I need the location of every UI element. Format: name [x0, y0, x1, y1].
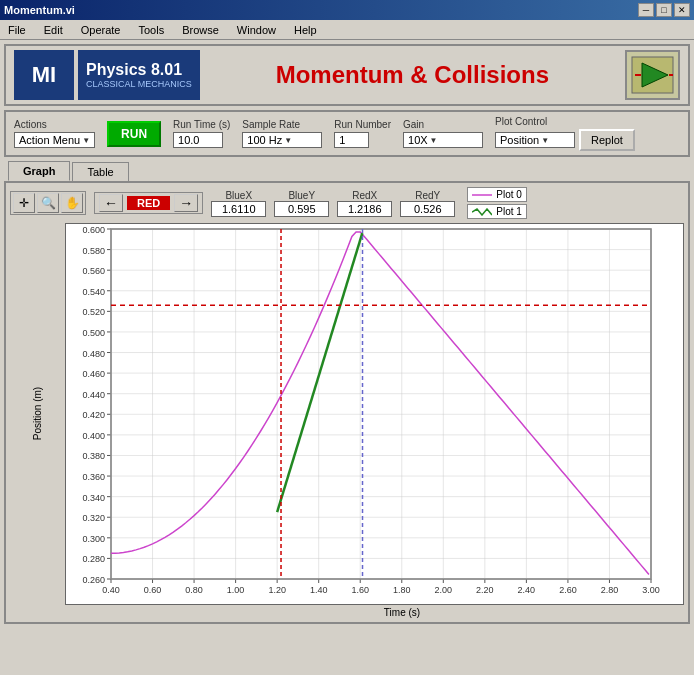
legend-plot1: Plot 1 — [467, 204, 527, 219]
replot-button[interactable]: Replot — [579, 129, 635, 151]
tab-table[interactable]: Table — [72, 162, 128, 181]
graph-container: ✛ 🔍 ✋ ← RED → BlueX 1.6110 BlueY 0.595 — [4, 181, 690, 624]
plot-control-label: Plot Control — [495, 116, 547, 127]
cursor-right-arrow[interactable]: → — [174, 194, 198, 212]
pan-tool[interactable]: ✋ — [61, 193, 83, 213]
tab-graph[interactable]: Graph — [8, 161, 70, 181]
svg-text:0.340: 0.340 — [82, 493, 105, 503]
crosshair-tool[interactable]: ✛ — [13, 193, 35, 213]
svg-text:0.520: 0.520 — [82, 307, 105, 317]
red-x-value: 1.2186 — [337, 201, 392, 217]
red-x-field: RedX 1.2186 — [337, 190, 392, 217]
chart-svg: 0.2600.2800.3000.3200.3400.3600.3800.400… — [66, 224, 661, 604]
menu-browse[interactable]: Browse — [178, 24, 223, 36]
svg-rect-6 — [111, 229, 651, 579]
menu-file[interactable]: File — [4, 24, 30, 36]
controls-area: Actions Action Menu ▼ RUN Run Time (s) S… — [4, 110, 690, 157]
svg-text:0.400: 0.400 — [82, 431, 105, 441]
menu-operate[interactable]: Operate — [77, 24, 125, 36]
gain-label: Gain — [403, 119, 424, 130]
title-bar: Momentum.vi ─ □ ✕ — [0, 0, 694, 20]
sample-rate-group: Sample Rate 100 Hz ▼ — [242, 119, 322, 148]
graph-toolbar: ✛ 🔍 ✋ ← RED → BlueX 1.6110 BlueY 0.595 — [10, 187, 684, 219]
red-x-label: RedX — [352, 190, 377, 201]
blue-y-value: 0.595 — [274, 201, 329, 217]
svg-text:0.380: 0.380 — [82, 451, 105, 461]
red-y-label: RedY — [415, 190, 440, 201]
close-button[interactable]: ✕ — [674, 3, 690, 17]
minimize-button[interactable]: ─ — [638, 3, 654, 17]
svg-text:0.300: 0.300 — [82, 534, 105, 544]
sample-rate-label: Sample Rate — [242, 119, 300, 130]
logo-svg — [630, 55, 675, 95]
y-axis-label-container: Position (m) — [10, 223, 65, 603]
svg-text:0.360: 0.360 — [82, 472, 105, 482]
cursor-left-arrow[interactable]: ← — [99, 194, 123, 212]
gain-arrow: ▼ — [430, 136, 438, 145]
action-menu-dropdown[interactable]: Action Menu ▼ — [14, 132, 95, 148]
svg-text:0.500: 0.500 — [82, 328, 105, 338]
svg-text:1.60: 1.60 — [351, 585, 369, 595]
svg-text:0.420: 0.420 — [82, 410, 105, 420]
chart-section: Position (m) — [10, 223, 684, 618]
menu-help[interactable]: Help — [290, 24, 321, 36]
run-button[interactable]: RUN — [107, 121, 161, 147]
chart-area[interactable]: 0.2600.2800.3000.3200.3400.3600.3800.400… — [65, 223, 684, 605]
gain-value: 10X — [408, 134, 428, 146]
chart-and-x-label: 0.2600.2800.3000.3200.3400.3600.3800.400… — [65, 223, 684, 618]
red-y-field: RedY 0.526 — [400, 190, 455, 217]
menu-edit[interactable]: Edit — [40, 24, 67, 36]
zoom-tool[interactable]: 🔍 — [37, 193, 59, 213]
maximize-button[interactable]: □ — [656, 3, 672, 17]
legend-plot0-icon — [472, 191, 492, 199]
svg-text:1.40: 1.40 — [310, 585, 328, 595]
svg-text:0.80: 0.80 — [185, 585, 203, 595]
gain-group: Gain 10X ▼ — [403, 119, 483, 148]
physics-subtitle: CLASSICAL MECHANICS — [86, 79, 192, 89]
run-number-label: Run Number — [334, 119, 391, 130]
svg-text:3.00: 3.00 — [642, 585, 660, 595]
svg-text:0.260: 0.260 — [82, 575, 105, 585]
svg-text:0.440: 0.440 — [82, 390, 105, 400]
svg-text:2.00: 2.00 — [435, 585, 453, 595]
svg-text:2.60: 2.60 — [559, 585, 577, 595]
run-number-input[interactable] — [334, 132, 369, 148]
svg-text:0.560: 0.560 — [82, 266, 105, 276]
mit-logo-text: MI — [32, 62, 56, 88]
svg-text:0.60: 0.60 — [144, 585, 162, 595]
run-time-group: Run Time (s) — [173, 119, 230, 148]
svg-text:0.580: 0.580 — [82, 246, 105, 256]
svg-text:2.20: 2.20 — [476, 585, 494, 595]
legend-plot1-label: Plot 1 — [496, 206, 522, 217]
svg-text:0.480: 0.480 — [82, 349, 105, 359]
svg-text:2.40: 2.40 — [518, 585, 536, 595]
sample-rate-arrow: ▼ — [284, 136, 292, 145]
plot-control-dropdown[interactable]: Position ▼ — [495, 132, 575, 148]
plot-control-value: Position — [500, 134, 539, 146]
menu-bar: File Edit Operate Tools Browse Window He… — [0, 20, 694, 40]
x-axis-label: Time (s) — [384, 607, 420, 618]
menu-tools[interactable]: Tools — [134, 24, 168, 36]
red-y-value: 0.526 — [400, 201, 455, 217]
plot-legend: Plot 0 Plot 1 — [467, 187, 527, 219]
sample-rate-dropdown[interactable]: 100 Hz ▼ — [242, 132, 322, 148]
run-number-group: Run Number — [334, 119, 391, 148]
data-display: BlueX 1.6110 BlueY 0.595 RedX 1.2186 Red… — [211, 190, 455, 217]
svg-text:0.320: 0.320 — [82, 513, 105, 523]
window-title: Momentum.vi — [4, 4, 75, 16]
x-axis-label-container: Time (s) — [65, 607, 684, 618]
run-time-input[interactable] — [173, 132, 223, 148]
svg-text:0.280: 0.280 — [82, 554, 105, 564]
app-title: Momentum & Collisions — [200, 61, 625, 89]
gain-dropdown[interactable]: 10X ▼ — [403, 132, 483, 148]
legend-plot1-icon — [472, 208, 492, 216]
actions-label: Actions — [14, 119, 47, 130]
menu-window[interactable]: Window — [233, 24, 280, 36]
blue-y-label: BlueY — [288, 190, 315, 201]
sample-rate-value: 100 Hz — [247, 134, 282, 146]
physics-title: Physics 8.01 — [86, 61, 192, 79]
plot-control-arrow: ▼ — [541, 136, 549, 145]
svg-text:0.460: 0.460 — [82, 369, 105, 379]
blue-x-label: BlueX — [225, 190, 252, 201]
legend-plot0-label: Plot 0 — [496, 189, 522, 200]
